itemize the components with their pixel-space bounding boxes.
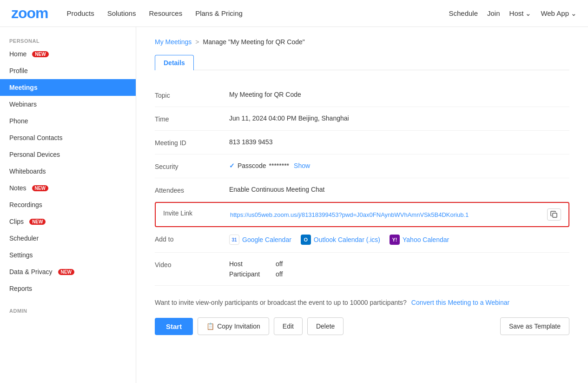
layout: PERSONAL Home NEW Profile Meetings Webin… xyxy=(0,27,588,383)
video-participant-label: Participant xyxy=(229,270,266,278)
video-host-label: Host xyxy=(229,260,266,268)
nav-plans-pricing[interactable]: Plans & Pricing xyxy=(195,9,243,17)
breadcrumb-current: Manage "My Meeting for QR Code" xyxy=(203,38,305,46)
nav-resources[interactable]: Resources xyxy=(149,9,182,17)
sidebar-item-webinars[interactable]: Webinars xyxy=(0,96,136,113)
convert-text: Want to invite view-only participants or… xyxy=(155,299,569,306)
sidebar-item-profile[interactable]: Profile xyxy=(0,62,136,79)
google-calendar-link[interactable]: 31 Google Calendar xyxy=(229,235,291,245)
sidebar-item-settings[interactable]: Settings xyxy=(0,247,136,263)
sidebar-item-scheduler[interactable]: Scheduler xyxy=(0,230,136,247)
passcode-show-link[interactable]: Show xyxy=(294,162,310,169)
sidebar-item-personal-contacts[interactable]: Personal Contacts xyxy=(0,129,136,146)
invite-link-value: https://us05web.zoom.us/j/81318399453?pw… xyxy=(230,208,568,221)
badge-new-data-privacy: NEW xyxy=(58,269,74,275)
edit-button[interactable]: Edit xyxy=(274,317,303,335)
add-to-label: Add to xyxy=(155,235,229,243)
video-value: Host off Participant off xyxy=(229,260,569,278)
outlook-calendar-icon: O xyxy=(301,235,311,245)
tabs: Details xyxy=(155,55,569,70)
video-row: Video Host off Participant off xyxy=(155,253,569,286)
invite-link-row: Invite Link https://us05web.zoom.us/j/81… xyxy=(155,202,569,227)
sidebar-item-meetings[interactable]: Meetings xyxy=(0,79,136,96)
nav-solutions[interactable]: Solutions xyxy=(107,9,136,17)
yahoo-calendar-link[interactable]: Y! Yahoo Calendar xyxy=(390,235,449,245)
yahoo-calendar-icon: Y! xyxy=(390,235,400,245)
sidebar-item-personal-devices[interactable]: Personal Devices xyxy=(0,146,136,163)
convert-to-webinar-link[interactable]: Convert this Meeting to a Webinar xyxy=(411,299,509,306)
outlook-calendar-link[interactable]: O Outlook Calendar (.ics) xyxy=(301,235,380,245)
nav-right: Schedule Join Host ⌄ Web App ⌄ xyxy=(449,9,577,18)
copy-invite-link-button[interactable] xyxy=(547,208,561,221)
nav-schedule[interactable]: Schedule xyxy=(449,9,478,17)
badge-new-notes: NEW xyxy=(32,185,48,191)
sidebar: PERSONAL Home NEW Profile Meetings Webin… xyxy=(0,27,136,383)
sidebar-personal-label: PERSONAL xyxy=(0,34,136,46)
delete-button[interactable]: Delete xyxy=(307,317,344,335)
add-to-row: Add to 31 Google Calendar O Outlook Cale… xyxy=(155,227,569,253)
nav-products[interactable]: Products xyxy=(67,9,94,17)
action-buttons: Start 📋 Copy Invitation Edit Delete Save… xyxy=(155,317,569,335)
breadcrumb: My Meetings > Manage "My Meeting for QR … xyxy=(155,38,569,46)
attendees-value: Enable Continuous Meeting Chat xyxy=(229,186,569,193)
nav-links: Products Solutions Resources Plans & Pri… xyxy=(67,9,449,17)
start-button[interactable]: Start xyxy=(155,318,193,335)
invite-link-label: Invite Link xyxy=(156,208,230,217)
tab-details[interactable]: Details xyxy=(155,55,194,70)
time-row: Time Jun 11, 2024 04:00 PM Beijing, Shan… xyxy=(155,107,569,131)
sidebar-item-reports[interactable]: Reports xyxy=(0,280,136,297)
passcode-dots: ******** xyxy=(269,162,289,169)
topic-row: Topic My Meeting for QR Code xyxy=(155,83,569,107)
time-value: Jun 11, 2024 04:00 PM Beijing, Shanghai xyxy=(229,114,569,122)
breadcrumb-separator: > xyxy=(195,38,199,46)
badge-new-home: NEW xyxy=(32,51,48,57)
sidebar-item-clips[interactable]: Clips NEW xyxy=(0,213,136,230)
topic-label: Topic xyxy=(155,91,229,99)
nav-host-dropdown[interactable]: Host ⌄ xyxy=(509,9,532,18)
attendees-label: Attendees xyxy=(155,186,229,194)
sidebar-item-data-privacy[interactable]: Data & Privacy NEW xyxy=(0,263,136,280)
sidebar-admin-label: ADMIN xyxy=(0,304,136,316)
sidebar-item-recordings[interactable]: Recordings xyxy=(0,196,136,213)
nav-join[interactable]: Join xyxy=(487,9,500,17)
attendees-row: Attendees Enable Continuous Meeting Chat xyxy=(155,178,569,202)
invite-url-link[interactable]: https://us05web.zoom.us/j/81318399453?pw… xyxy=(230,211,542,218)
meeting-id-row: Meeting ID 813 1839 9453 xyxy=(155,131,569,155)
meeting-id-value: 813 1839 9453 xyxy=(229,138,569,146)
video-host-value: off xyxy=(276,260,283,268)
google-calendar-icon: 31 xyxy=(229,235,239,245)
video-participant-value: off xyxy=(276,270,283,278)
save-template-button[interactable]: Save as Template xyxy=(500,317,569,335)
sidebar-item-whiteboards[interactable]: Whiteboards xyxy=(0,163,136,180)
copy-invitation-button[interactable]: 📋 Copy Invitation xyxy=(198,317,269,335)
breadcrumb-my-meetings[interactable]: My Meetings xyxy=(155,38,192,46)
nav-webapp-dropdown[interactable]: Web App ⌄ xyxy=(541,9,577,18)
svg-rect-0 xyxy=(553,213,557,217)
security-row: Security ✓ Passcode ******** Show xyxy=(155,155,569,178)
topic-value: My Meeting for QR Code xyxy=(229,91,569,98)
top-nav: zoom Products Solutions Resources Plans … xyxy=(0,0,588,27)
passcode-label: Passcode xyxy=(238,162,266,169)
sidebar-item-home[interactable]: Home NEW xyxy=(0,46,136,62)
calendar-links: 31 Google Calendar O Outlook Calendar (.… xyxy=(229,235,569,245)
main-content: My Meetings > Manage "My Meeting for QR … xyxy=(136,27,588,383)
sidebar-item-phone[interactable]: Phone xyxy=(0,113,136,129)
security-value: ✓ Passcode ******** Show xyxy=(229,162,569,169)
time-label: Time xyxy=(155,114,229,123)
logo: zoom xyxy=(11,5,48,22)
badge-new-clips: NEW xyxy=(29,219,46,225)
passcode-checkmark: ✓ xyxy=(229,162,235,169)
video-label: Video xyxy=(155,260,229,269)
sidebar-item-notes[interactable]: Notes NEW xyxy=(0,180,136,196)
security-label: Security xyxy=(155,162,229,170)
copy-icon: 📋 xyxy=(206,323,214,330)
meeting-id-label: Meeting ID xyxy=(155,138,229,147)
